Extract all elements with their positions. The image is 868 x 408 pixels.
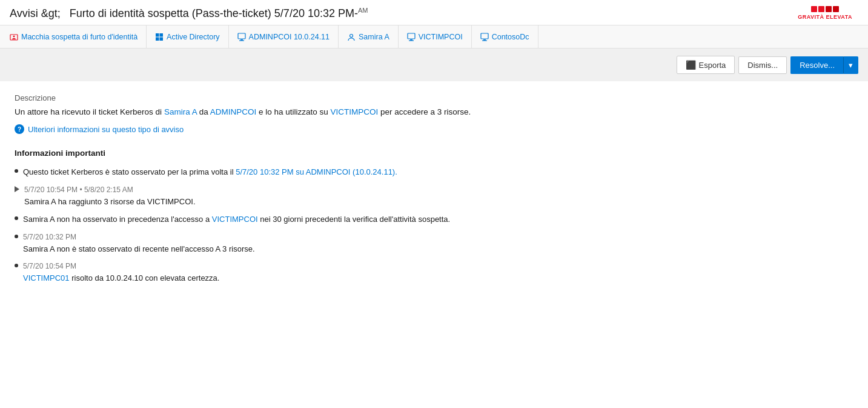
svg-rect-5: [160, 37, 164, 41]
svg-rect-14: [483, 39, 486, 41]
info-link-text: Ulteriori informazioni su questo tipo di…: [28, 125, 184, 134]
description-text: Un attore ha ricevuto il ticket Kerberos…: [15, 106, 853, 118]
header-left: Avvisi &gt; Furto di identità sospetta (…: [10, 7, 368, 20]
important-title: Informazioni importanti: [15, 149, 853, 158]
desc-samira: Samira A: [164, 107, 197, 116]
computer-icon-2: [407, 33, 416, 41]
severity-blocks: [811, 6, 839, 12]
info-link[interactable]: ? Ulteriori informazioni su questo tipo …: [15, 124, 853, 134]
alert-title: Furto di identità sospetta (Pass-the-tic…: [70, 7, 358, 19]
bullet-item-2: 5/7/20 10:54 PM • 5/8/20 2:15 AM Samira …: [15, 184, 853, 208]
bullet-content-4: 5/7/20 10:32 PM Samira A non è stato oss…: [23, 232, 853, 255]
bullet-3-highlight: VICTIMPCOI: [212, 215, 258, 224]
chevron-down-icon: ▾: [849, 61, 853, 70]
tag-adminpc[interactable]: ADMINPCOI 10.0.24.11: [229, 25, 339, 48]
bullet-item-5: 5/7/20 10:54 PM VICTIMPC01 risolto da 10…: [15, 261, 853, 284]
bullet-3-text-after: nei 30 giorni precedenti la verifica del…: [258, 215, 451, 224]
svg-rect-7: [240, 39, 243, 41]
severity-block-2: [818, 6, 824, 12]
desc-adminpc: ADMINPCOI: [210, 107, 257, 116]
severity-label: GRAVITÀ ELEVATA: [798, 14, 852, 20]
svg-rect-3: [160, 33, 164, 37]
tag-identity-label: Macchia sospetta di furto d'identità: [21, 33, 137, 41]
dismiss-label: Dismis...: [747, 61, 778, 70]
svg-rect-10: [408, 33, 415, 39]
info-icon: ?: [15, 124, 24, 134]
svg-point-1: [13, 35, 15, 37]
windows-icon: [155, 33, 164, 41]
bullet-1-highlight: 5/7/20 10:32 PM su ADMINPCOI (10.0.24.11…: [236, 167, 397, 176]
desc-victimpc: VICTIMPCOI: [331, 107, 379, 116]
bullet-content-3: Samira A non ha osservato in precedenza …: [23, 213, 853, 226]
tag-bar: Macchia sospetta di furto d'identità Act…: [0, 25, 868, 48]
content-area: Descrizione Un attore ha ricevuto il tic…: [0, 81, 868, 299]
page-header: Avvisi &gt; Furto di identità sospetta (…: [0, 0, 868, 25]
svg-rect-11: [410, 39, 412, 41]
bullet-item-4: 5/7/20 10:32 PM Samira A non è stato oss…: [15, 232, 853, 255]
svg-rect-6: [238, 33, 245, 39]
bullet-2-timestamp: 5/7/20 10:54 PM • 5/8/20 2:15 AM: [24, 184, 853, 195]
svg-point-9: [350, 34, 353, 37]
expand-icon[interactable]: [15, 186, 19, 192]
svg-rect-2: [156, 33, 159, 37]
bullet-content-5: 5/7/20 10:54 PM VICTIMPC01 risolto da 10…: [23, 261, 853, 284]
bullet-dot-1: [15, 169, 18, 173]
bullet-4-text: Samira A non è stato osservato di recent…: [23, 244, 255, 253]
tag-adminpc-label: ADMINPCOI 10.0.24.11: [249, 33, 330, 41]
tag-ad-label: Active Directory: [167, 33, 220, 41]
identity-icon: [10, 33, 18, 41]
svg-rect-13: [481, 33, 488, 39]
bullet-content-2: 5/7/20 10:54 PM • 5/8/20 2:15 AM Samira …: [24, 184, 853, 208]
desc-text-1: Un attore ha ricevuto il ticket Kerberos…: [15, 107, 164, 116]
bullet-item-1: Questo ticket Kerberos è stato osservato…: [15, 166, 853, 178]
resolve-button-group: Resolve... ▾: [790, 56, 858, 74]
bullet-5-link[interactable]: VICTIMPC01: [23, 273, 70, 283]
export-label: Esporta: [699, 61, 726, 70]
computer-icon-3: [480, 33, 489, 41]
dismiss-button[interactable]: Dismis...: [738, 56, 787, 74]
tag-contosodc-label: ContosoDc: [492, 33, 529, 41]
alert-title-suffix: AM: [358, 7, 368, 14]
severity-block-1: [811, 6, 817, 12]
svg-rect-4: [156, 37, 159, 41]
resolve-label: Resolve...: [800, 61, 835, 70]
bullet-content-1: Questo ticket Kerberos è stato osservato…: [23, 166, 853, 178]
bullet-dot-3: [15, 216, 18, 220]
breadcrumb: Avvisi &gt;: [10, 7, 61, 19]
resolve-button[interactable]: Resolve...: [790, 56, 844, 74]
bullet-4-timestamp: 5/7/20 10:32 PM: [23, 232, 853, 242]
page-title: Avvisi &gt; Furto di identità sospetta (…: [10, 7, 368, 20]
tag-contosodc[interactable]: ContosoDc: [472, 25, 538, 48]
tag-victimpc-label: VICTIMPCOI: [419, 33, 463, 41]
action-bar: ⬛ Esporta Dismis... Resolve... ▾: [0, 48, 868, 81]
severity-block-4: [833, 6, 839, 12]
tag-victimpc[interactable]: VICTIMPCOI: [399, 25, 472, 48]
computer-icon-1: [237, 33, 246, 41]
tag-samira[interactable]: Samira A: [339, 25, 399, 48]
bullet-list: Questo ticket Kerberos è stato osservato…: [15, 166, 853, 284]
desc-text-3: e lo ha utilizzato su: [256, 107, 330, 116]
severity-block-3: [826, 6, 832, 12]
bullet-dot-4: [15, 235, 18, 238]
tag-active-directory[interactable]: Active Directory: [147, 25, 229, 48]
bullet-5-text-after: risolto da 10.0.24.10 con elevata certez…: [70, 273, 220, 283]
export-icon: ⬛: [686, 60, 696, 70]
tag-identity[interactable]: Macchia sospetta di furto d'identità: [10, 25, 147, 48]
desc-text-2: da: [197, 107, 210, 116]
user-icon: [347, 33, 356, 41]
bullet-2-text: Samira A ha raggiunto 3 risorse da VICTI…: [24, 197, 196, 206]
export-button[interactable]: ⬛ Esporta: [677, 56, 735, 74]
bullet-dot-5: [15, 264, 18, 267]
bullet-5-timestamp: 5/7/20 10:54 PM: [23, 261, 853, 272]
bullet-item-3: Samira A non ha osservato in precedenza …: [15, 213, 853, 226]
bullet-3-text-before: Samira A non ha osservato in precedenza …: [23, 215, 212, 224]
tag-samira-label: Samira A: [359, 33, 389, 41]
desc-text-4: per accedere a 3 risorse.: [378, 107, 471, 116]
description-label: Descrizione: [15, 93, 853, 102]
bullet-1-text-before: Questo ticket Kerberos è stato osservato…: [23, 167, 236, 176]
resolve-caret-button[interactable]: ▾: [844, 56, 858, 74]
severity-indicator: GRAVITÀ ELEVATA: [798, 6, 852, 20]
